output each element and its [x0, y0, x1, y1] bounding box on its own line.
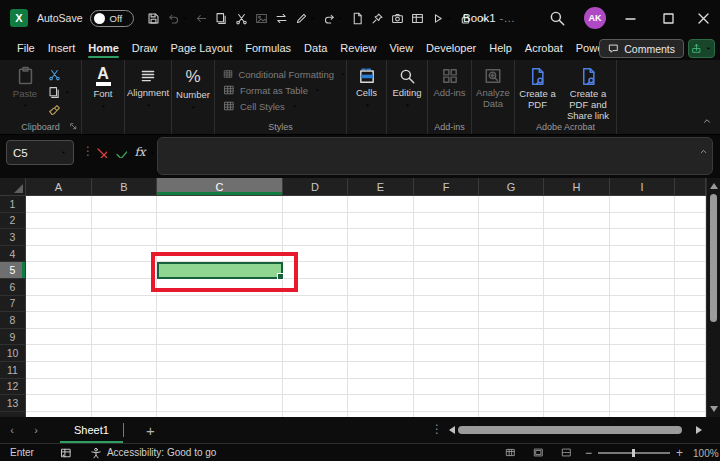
cell[interactable]: [544, 262, 610, 279]
format-painter-icon[interactable]: [48, 104, 61, 117]
cell[interactable]: [610, 345, 675, 362]
cell[interactable]: [26, 362, 92, 379]
format-as-table-button[interactable]: Format as Table: [223, 84, 346, 96]
picture-icon[interactable]: [255, 12, 268, 25]
cell[interactable]: [414, 296, 479, 313]
scroll-down-icon[interactable]: [710, 406, 718, 412]
cell[interactable]: [348, 196, 414, 213]
cell[interactable]: [479, 296, 544, 313]
cell[interactable]: [92, 362, 157, 379]
editing-button[interactable]: Editing: [387, 60, 427, 134]
cell[interactable]: [414, 345, 479, 362]
page-break-view-icon[interactable]: [561, 447, 572, 458]
column-header-I[interactable]: I: [610, 178, 675, 196]
cell[interactable]: [610, 262, 675, 279]
cell[interactable]: [283, 379, 348, 396]
cell[interactable]: [348, 395, 414, 412]
cell[interactable]: [479, 246, 544, 263]
excel-logo-icon[interactable]: X: [10, 9, 28, 27]
cell[interactable]: [348, 279, 414, 296]
cell[interactable]: [414, 395, 479, 412]
row-header-10[interactable]: 10: [0, 345, 26, 362]
maximize-button[interactable]: [652, 0, 685, 36]
cell[interactable]: [157, 196, 283, 213]
cell[interactable]: [348, 329, 414, 346]
cell[interactable]: [479, 262, 544, 279]
cell[interactable]: [544, 213, 610, 230]
cell[interactable]: [157, 345, 283, 362]
cell[interactable]: [283, 362, 348, 379]
menu-tab-page-layout[interactable]: Page Layout: [170, 36, 232, 60]
cell[interactable]: [414, 196, 479, 213]
column-header-B[interactable]: B: [92, 178, 157, 196]
sheet-nav-right-icon[interactable]: ›: [24, 424, 48, 436]
name-box[interactable]: C5: [6, 140, 74, 165]
cell[interactable]: [479, 279, 544, 296]
cell[interactable]: [283, 213, 348, 230]
cell[interactable]: [610, 279, 675, 296]
back-icon[interactable]: [195, 12, 208, 25]
cell[interactable]: [610, 395, 675, 412]
minimize-button[interactable]: [614, 0, 647, 36]
column-header-partial[interactable]: [675, 178, 706, 196]
undo-icon[interactable]: [167, 12, 188, 25]
analyze-data-button[interactable]: Analyze Data: [472, 60, 514, 134]
menu-tab-developer[interactable]: Developer: [426, 36, 476, 60]
paste-button[interactable]: Paste: [6, 66, 44, 117]
zoom-out-icon[interactable]: −: [585, 446, 592, 460]
row-header-5[interactable]: 5: [0, 262, 26, 279]
cell[interactable]: [348, 213, 414, 230]
ink-pen-icon[interactable]: [295, 12, 316, 25]
zoom-level[interactable]: 100%: [693, 448, 719, 459]
row-header-2[interactable]: 2: [0, 213, 26, 230]
vertical-scrollbar[interactable]: [706, 178, 720, 417]
camera-icon[interactable]: [391, 12, 404, 25]
cell[interactable]: [26, 246, 92, 263]
cell[interactable]: [610, 296, 675, 313]
cell[interactable]: [675, 196, 706, 213]
cell[interactable]: [610, 379, 675, 396]
cell[interactable]: [414, 379, 479, 396]
cell[interactable]: [675, 345, 706, 362]
cell[interactable]: [479, 362, 544, 379]
cell[interactable]: [479, 329, 544, 346]
column-header-A[interactable]: A: [26, 178, 92, 196]
column-header-E[interactable]: E: [348, 178, 414, 196]
cell[interactable]: [675, 379, 706, 396]
cell[interactable]: [283, 312, 348, 329]
column-header-F[interactable]: F: [414, 178, 479, 196]
cell[interactable]: [610, 312, 675, 329]
cell[interactable]: [92, 229, 157, 246]
cell[interactable]: [348, 345, 414, 362]
cell[interactable]: [92, 196, 157, 213]
cell[interactable]: [544, 312, 610, 329]
row-header-9[interactable]: 9: [0, 329, 26, 346]
new-file-icon[interactable]: [351, 12, 364, 25]
scroll-left-icon[interactable]: [449, 426, 455, 434]
close-button[interactable]: [687, 0, 720, 36]
cell[interactable]: [283, 329, 348, 346]
cell[interactable]: [26, 262, 92, 279]
copy-icon[interactable]: [215, 12, 228, 25]
formula-input[interactable]: [157, 137, 713, 175]
pin-icon[interactable]: [371, 12, 384, 25]
cell[interactable]: [157, 329, 283, 346]
add-sheet-button[interactable]: +: [146, 422, 155, 439]
cell[interactable]: [92, 329, 157, 346]
cell[interactable]: [414, 229, 479, 246]
cell[interactable]: [675, 395, 706, 412]
cell[interactable]: [675, 246, 706, 263]
cell[interactable]: [414, 213, 479, 230]
run-macro-icon[interactable]: [431, 12, 452, 25]
cell[interactable]: [610, 329, 675, 346]
horizontal-scroll-thumb[interactable]: [458, 426, 682, 434]
cell[interactable]: [544, 229, 610, 246]
menu-tab-file[interactable]: File: [17, 36, 35, 60]
cell[interactable]: [348, 229, 414, 246]
redo-icon[interactable]: [323, 12, 344, 25]
menu-tab-insert[interactable]: Insert: [48, 36, 76, 60]
insert-function-button[interactable]: fx: [132, 142, 148, 162]
cell[interactable]: [26, 312, 92, 329]
cell[interactable]: [348, 246, 414, 263]
cell[interactable]: [157, 213, 283, 230]
